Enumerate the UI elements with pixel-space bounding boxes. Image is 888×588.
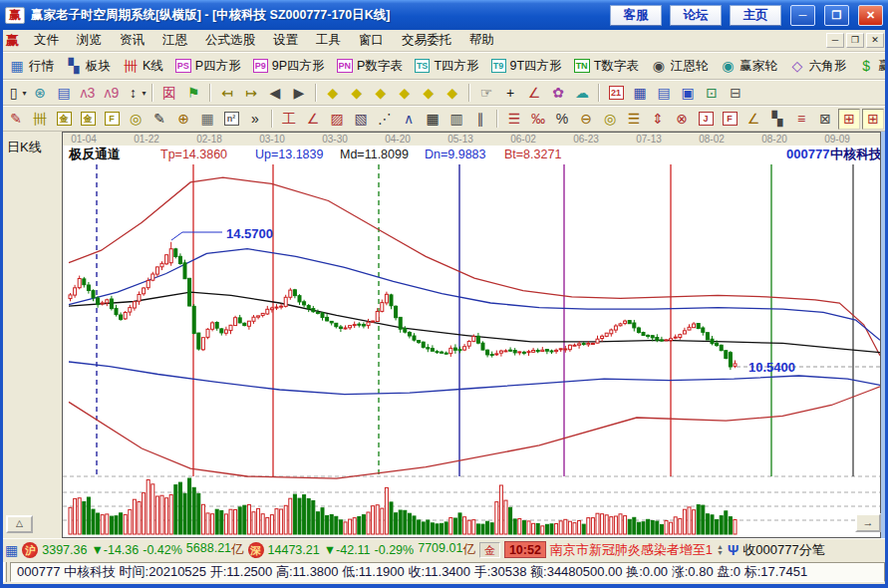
f10-doc-icon[interactable]: ▤: [53, 83, 75, 104]
gann-diamond-3-icon[interactable]: ◆: [370, 83, 392, 104]
close-button[interactable]: ✕: [858, 5, 883, 26]
fibonacci-grid-icon[interactable]: F: [101, 109, 123, 130]
step-back-icon[interactable]: ◀: [264, 83, 286, 104]
p-square-button[interactable]: PSP四方形: [170, 56, 246, 77]
gann-diamond-6-icon[interactable]: ◆: [442, 83, 463, 104]
marker-pen-icon[interactable]: ✎: [148, 109, 170, 130]
gann-diamond-2-icon[interactable]: ◆: [346, 83, 368, 104]
news-ticker[interactable]: 南京市新冠肺炎感染者增至1: [550, 541, 713, 559]
cross-circle-icon[interactable]: ⊗: [671, 109, 693, 130]
printer-icon[interactable]: ⊟: [725, 83, 746, 104]
winner-wheel-button[interactable]: ◉赢家轮: [715, 56, 782, 77]
grid-yellow2-icon[interactable]: ⊞: [862, 109, 884, 130]
flag-sort-icon[interactable]: ⚑: [182, 83, 204, 104]
menu-item-9[interactable]: 交易委托: [393, 30, 460, 51]
small-grid-icon[interactable]: ▦: [196, 109, 218, 130]
hexagon-button[interactable]: ◇六角形: [784, 56, 852, 77]
sectors-button[interactable]: ▚板块: [61, 56, 116, 77]
gann-wheel-button[interactable]: ◉江恩轮: [646, 56, 714, 77]
menu-item-10[interactable]: 帮助: [460, 30, 503, 51]
gold-grid1-icon[interactable]: 金: [53, 109, 75, 130]
j-angle-icon[interactable]: J: [695, 109, 717, 130]
circle-minus-icon[interactable]: ⊖: [575, 109, 597, 130]
kline-button[interactable]: 卌K线: [118, 56, 168, 77]
customer-service-button[interactable]: 客服: [610, 5, 662, 26]
flower-tool-icon[interactable]: ✿: [547, 83, 569, 104]
homepage-button[interactable]: 主页: [730, 5, 781, 26]
t9-square-button[interactable]: T99T四方形: [486, 56, 567, 77]
calculator-icon[interactable]: ▦: [629, 83, 651, 104]
tick-feed-label[interactable]: 收000777分笔: [742, 541, 824, 559]
updown-tool-icon[interactable]: ⇕: [647, 109, 669, 130]
calendar-icon[interactable]: 21: [605, 83, 627, 104]
menu-item-6[interactable]: 设置: [264, 30, 307, 51]
zigzag-icon[interactable]: ∧: [398, 109, 420, 130]
notebook-icon[interactable]: ▤: [653, 83, 675, 104]
save-icon[interactable]: ▣: [677, 83, 699, 104]
minimize-button[interactable]: ─: [790, 5, 815, 26]
mdi-close-button[interactable]: ✕: [866, 33, 884, 48]
f-angle-icon[interactable]: F: [719, 109, 740, 130]
winner-service-button[interactable]: $赢家服务: [853, 56, 888, 77]
parallel-lines-icon[interactable]: ∥: [469, 109, 491, 130]
red-box-icon[interactable]: ▨: [326, 109, 348, 130]
percent-icon[interactable]: %: [551, 109, 573, 130]
girl-icon[interactable]: 囡: [158, 83, 180, 104]
beam-tool-icon[interactable]: 工: [278, 109, 300, 130]
menu-item-5[interactable]: 公式选股: [196, 30, 264, 51]
box-x-icon[interactable]: ⊠: [814, 109, 836, 130]
step-forward-icon[interactable]: ▶: [288, 83, 310, 104]
trend-line-icon[interactable]: ⋰: [374, 109, 396, 130]
red-lines-icon[interactable]: ≡: [790, 109, 812, 130]
grid-yellow1-icon[interactable]: ⊞: [838, 109, 860, 130]
restore-button[interactable]: ❐: [824, 5, 849, 26]
n2-icon[interactable]: n²: [220, 109, 242, 130]
spiral-icon[interactable]: ◎: [125, 109, 147, 130]
kline-chart-panel[interactable]: 01-0401-2202-1803-1003-3004-2005-1306-02…: [62, 132, 881, 538]
brain-tool-icon[interactable]: ☁: [571, 83, 593, 104]
arrow-selector-icon[interactable]: ↕▾: [125, 83, 147, 104]
black-grid-icon[interactable]: ▦: [422, 109, 444, 130]
menu-item-4[interactable]: 江恩: [153, 30, 196, 51]
chart9-icon[interactable]: ʌ9: [101, 83, 123, 104]
gold-lines-icon[interactable]: ☰: [623, 109, 645, 130]
angle-measure-icon[interactable]: ∠: [523, 83, 545, 104]
mdi-restore-button[interactable]: ❐: [846, 33, 864, 48]
dark-box-icon[interactable]: ▧: [350, 109, 372, 130]
gann-diamond-5-icon[interactable]: ◆: [418, 83, 440, 104]
quotes-button[interactable]: ▦行情: [4, 56, 59, 77]
mdi-minimize-button[interactable]: ─: [826, 33, 844, 48]
expand-panel-button[interactable]: △: [6, 515, 33, 533]
menu-item-8[interactable]: 窗口: [350, 30, 393, 51]
circle-grid-icon[interactable]: ⊕: [172, 109, 194, 130]
menu-item-2[interactable]: 浏览: [68, 30, 111, 51]
steps-icon[interactable]: ☰: [503, 109, 525, 130]
hand-drag-icon[interactable]: ☞: [475, 83, 497, 104]
chart3-icon[interactable]: ʌ3: [77, 83, 99, 104]
scroll-right-button[interactable]: →: [855, 513, 881, 532]
forum-button[interactable]: 论坛: [670, 5, 722, 26]
net-icon[interactable]: ⊛: [29, 83, 51, 104]
gann-grid-icon[interactable]: 卌: [29, 109, 51, 130]
grid2-icon[interactable]: ▥: [445, 109, 467, 130]
menu-item-7[interactable]: 工具: [307, 30, 350, 51]
p9-square-button[interactable]: P99P四方形: [248, 56, 330, 77]
market-grid-icon[interactable]: ▦: [5, 542, 18, 558]
gold-angle-icon[interactable]: ∠: [742, 109, 764, 130]
gold-grid2-icon[interactable]: 金: [77, 109, 99, 130]
skip-last-icon[interactable]: ↦: [240, 83, 262, 104]
t-number-button[interactable]: TNT数字表: [569, 56, 644, 77]
gold-indicator[interactable]: 金: [479, 542, 500, 558]
rays-icon[interactable]: ∠: [302, 109, 324, 130]
menu-item-3[interactable]: 资讯: [111, 30, 153, 51]
export-icon[interactable]: ⊡: [701, 83, 723, 104]
t-square-button[interactable]: TST四方形: [410, 56, 484, 77]
skip-first-icon[interactable]: ↤: [216, 83, 238, 104]
menu-item-1[interactable]: 文件: [25, 30, 68, 51]
gann-diamond-4-icon[interactable]: ◆: [394, 83, 416, 104]
shadow-box-icon[interactable]: ▚: [766, 109, 788, 130]
period-selector-icon[interactable]: ▯▾: [5, 83, 27, 104]
crosshair-icon[interactable]: +: [499, 83, 521, 104]
more-tools-chevron[interactable]: »: [244, 109, 266, 130]
gann-diamond-1-icon[interactable]: ◆: [322, 83, 344, 104]
